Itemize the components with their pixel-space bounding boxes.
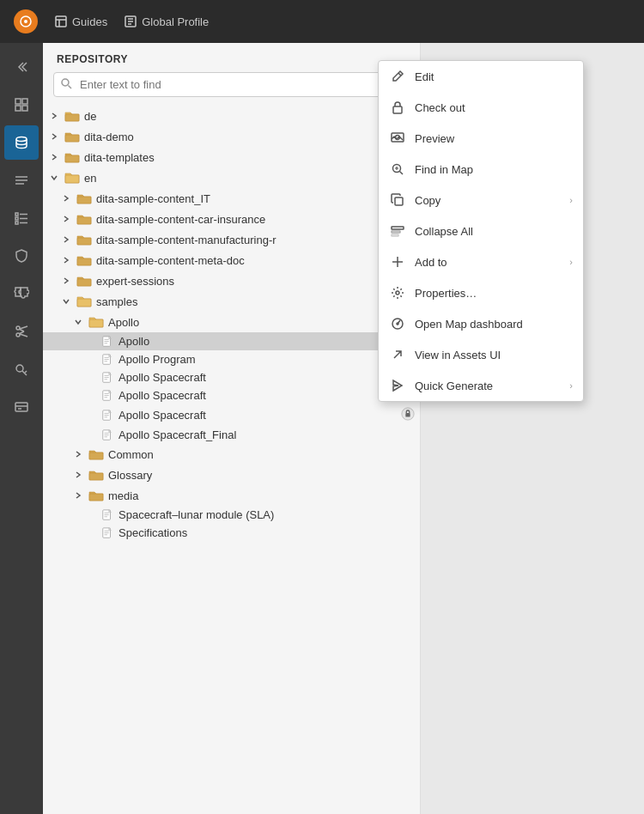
svg-rect-7 <box>22 99 27 104</box>
puzzle-icon-button[interactable] <box>4 276 39 311</box>
tree-label: Apollo Spacecraft_Final <box>118 428 415 441</box>
guides-button[interactable]: Guides <box>55 15 107 28</box>
tree-item[interactable]: dita-sample-content-manufacturing-r <box>43 229 420 250</box>
tree-item[interactable]: dita-templates <box>43 147 420 167</box>
svg-point-10 <box>16 137 27 142</box>
context-menu-properties-label: Properties… <box>415 287 573 300</box>
svg-rect-69 <box>89 453 103 459</box>
context-menu-find-in-map[interactable]: Find in Map <box>379 154 583 185</box>
tree-item[interactable]: Apollo Spacecraft_Final <box>43 426 420 444</box>
quick-generate-arrow-icon: › <box>569 380 573 391</box>
tree-item[interactable]: Specifications <box>43 524 420 542</box>
tree-label: Spacecraft–lunar module (SLA) <box>118 508 415 521</box>
tree-item[interactable]: en <box>43 167 420 188</box>
dashboard-icon <box>389 315 406 332</box>
tree-label: expert-sessions <box>96 275 415 288</box>
icon-sidebar <box>0 43 43 814</box>
list-alt-icon-button[interactable] <box>4 201 39 235</box>
quick-generate-icon <box>389 377 406 394</box>
tree-label: en <box>84 172 415 185</box>
svg-rect-80 <box>393 106 402 113</box>
tree-item[interactable]: Apollo Spacecraft <box>43 386 420 404</box>
svg-rect-16 <box>15 217 18 220</box>
context-menu-open-map-dashboard[interactable]: Open Map dashboard <box>379 308 583 339</box>
tree-item[interactable]: Glossary <box>43 465 420 485</box>
svg-rect-2 <box>56 16 66 27</box>
svg-rect-71 <box>89 494 103 501</box>
context-menu-copy[interactable]: Copy › <box>379 185 583 216</box>
tree-label: Apollo Program <box>118 353 415 366</box>
context-menu-quick-generate-label: Quick Generate <box>415 380 561 392</box>
app-logo[interactable] <box>14 9 38 33</box>
scissors-icon-button[interactable] <box>4 314 39 349</box>
collapse-sidebar-button[interactable] <box>4 50 39 84</box>
tree-item[interactable]: samples <box>43 291 420 312</box>
context-menu: Edit Check out Preview Find in Map <box>378 60 584 402</box>
context-menu-quick-generate[interactable]: Quick Generate › <box>379 370 583 401</box>
context-menu-view-in-assets[interactable]: View in Assets UI <box>379 339 583 370</box>
svg-rect-37 <box>77 217 91 224</box>
tree-item[interactable]: Common <box>43 444 420 465</box>
context-menu-add-to[interactable]: Add to › <box>379 246 583 277</box>
key-icon-button[interactable] <box>4 352 39 386</box>
svg-point-20 <box>16 326 20 330</box>
svg-rect-14 <box>15 213 18 216</box>
tree-item[interactable]: Apollo Spacecraft <box>43 404 420 426</box>
card-icon-button[interactable] <box>4 390 39 424</box>
tree-item[interactable]: dita-sample-content-car-insurance <box>43 209 420 229</box>
lock-icon <box>389 99 406 116</box>
tree-item[interactable]: expert-sessions <box>43 270 420 291</box>
tree-item[interactable]: dita-sample-content_IT <box>43 188 420 209</box>
svg-rect-9 <box>22 106 27 111</box>
list-icon-button[interactable] <box>4 163 39 197</box>
context-menu-checkout[interactable]: Check out <box>379 92 583 123</box>
tree-label: Apollo <box>118 335 415 348</box>
tree-label: dita-sample-content-manufacturing-r <box>96 234 415 246</box>
context-menu-preview[interactable]: Preview <box>379 123 583 154</box>
chevron-down-icon <box>72 316 84 328</box>
tree-label: Apollo Spacecraft <box>118 409 398 422</box>
search-input[interactable] <box>53 72 410 97</box>
svg-line-23 <box>20 334 27 337</box>
chevron-right-icon <box>72 489 84 501</box>
svg-line-25 <box>20 331 24 334</box>
chevron-right-icon <box>48 151 60 163</box>
tree-item[interactable]: Apollo <box>43 312 420 332</box>
svg-rect-36 <box>77 197 91 204</box>
tree-item[interactable]: Apollo Spacecraft <box>43 368 420 386</box>
context-menu-view-in-assets-label: View in Assets UI <box>415 349 573 361</box>
svg-rect-38 <box>77 238 91 245</box>
global-profile-button[interactable]: Global Profile <box>125 15 209 28</box>
context-menu-copy-label: Copy <box>415 194 561 207</box>
search-map-icon <box>389 161 406 178</box>
svg-rect-41 <box>77 299 91 307</box>
grid-icon-button[interactable] <box>4 88 39 122</box>
tree-label: dita-sample-content_IT <box>96 192 415 205</box>
chevron-right-icon <box>48 110 60 122</box>
tree-item[interactable]: Spacecraft–lunar module (SLA) <box>43 506 420 524</box>
chevron-right-icon <box>72 469 84 481</box>
context-menu-edit[interactable]: Edit <box>379 61 583 92</box>
svg-rect-42 <box>89 319 103 327</box>
tree-item[interactable]: de <box>43 106 420 126</box>
svg-point-1 <box>24 20 27 23</box>
shield-icon-button[interactable] <box>4 239 39 273</box>
database-icon-button[interactable] <box>4 125 39 160</box>
tree-item[interactable]: Apollo Program <box>43 350 420 368</box>
svg-rect-39 <box>77 258 91 265</box>
context-menu-preview-label: Preview <box>415 132 573 145</box>
svg-rect-35 <box>65 175 79 183</box>
add-to-arrow-icon: › <box>569 257 573 267</box>
tree-item[interactable]: dita-sample-content-meta-doc <box>43 250 420 270</box>
tree-label: Glossary <box>108 469 415 482</box>
copy-arrow-icon: › <box>569 195 573 205</box>
context-menu-collapse-all[interactable]: Collapse All <box>379 216 583 246</box>
tree-item[interactable]: media <box>43 485 420 506</box>
svg-point-93 <box>397 323 398 325</box>
context-menu-checkout-label: Check out <box>415 101 573 114</box>
context-menu-properties[interactable]: Properties… <box>379 277 583 308</box>
svg-line-31 <box>69 85 72 88</box>
tree-item[interactable]: Apollo <box>43 332 420 350</box>
tree-item[interactable]: dita-demo <box>43 126 420 147</box>
tree-label: Apollo <box>108 316 415 329</box>
